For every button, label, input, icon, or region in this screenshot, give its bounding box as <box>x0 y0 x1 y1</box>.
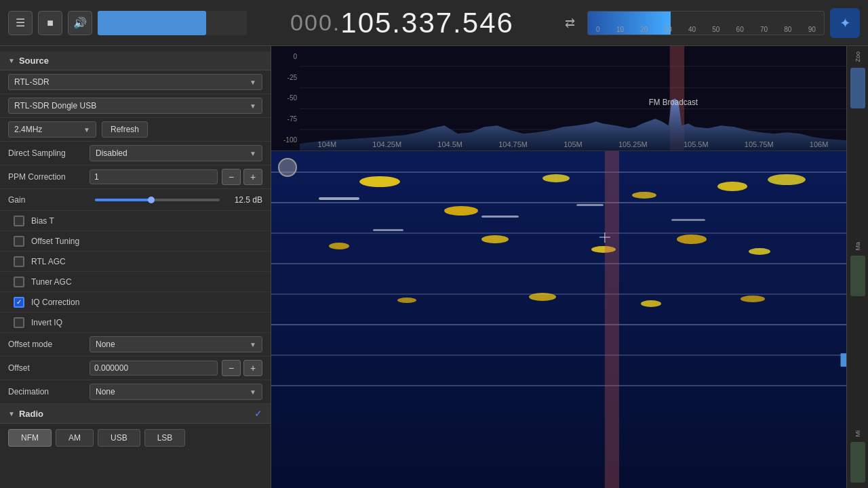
svg-rect-13 <box>271 354 846 356</box>
tuner-agc-checkbox[interactable] <box>14 277 24 287</box>
lsb-button[interactable]: LSB <box>144 429 186 447</box>
svg-rect-33 <box>481 216 519 218</box>
ma-slider[interactable] <box>850 256 865 296</box>
gain-label: Gain <box>8 195 90 205</box>
invert-iq-label: Invert IQ <box>31 318 62 327</box>
am-button[interactable]: AM <box>56 429 94 447</box>
svg-rect-6 <box>271 151 846 488</box>
tuner-agc-row[interactable]: Tuner AGC <box>0 272 271 292</box>
iq-correction-row[interactable]: ✓ IQ Correction <box>0 292 271 312</box>
decimation-arrow: ▼ <box>250 388 256 396</box>
zoo-label: Zoo <box>854 52 861 62</box>
decimation-row: Decimation None ▼ <box>0 380 271 404</box>
iq-correction-checkbox[interactable]: ✓ <box>14 297 24 308</box>
svg-rect-9 <box>271 232 846 234</box>
svg-point-26 <box>397 298 416 303</box>
stop-icon: ■ <box>47 17 54 29</box>
signal-meter: 0 10 20 30 40 50 60 70 80 90 <box>587 11 825 35</box>
svg-point-19 <box>717 182 747 191</box>
gain-row: Gain 12.5 dB <box>0 189 271 211</box>
direct-sampling-dropdown[interactable]: Disabled ▼ <box>90 145 262 161</box>
ppm-row: PPM Correction 1 − + <box>0 165 271 189</box>
mi-slider[interactable] <box>850 442 865 483</box>
swap-button[interactable]: ⇄ <box>557 11 582 35</box>
spectrum-display: 0 -25 -50 -75 -100 FM Broadc <box>271 46 846 151</box>
offset-label: Offset <box>8 363 90 373</box>
frequency-slider[interactable] <box>98 11 247 35</box>
right-sidebar: Zoo Ma Mi <box>846 46 868 488</box>
decimation-dropdown[interactable]: None ▼ <box>90 384 262 400</box>
volume-button[interactable]: 🔊 <box>68 11 92 35</box>
offset-input[interactable]: 0.000000 <box>90 361 218 375</box>
iq-correction-label: IQ Correction <box>31 298 79 307</box>
direct-sampling-value: Disabled <box>96 148 127 158</box>
menu-icon: ☰ <box>16 16 25 29</box>
ppm-plus-button[interactable]: + <box>243 169 262 185</box>
offset-row: Offset 0.000000 − + <box>0 357 271 380</box>
spectrum-panel: 0 -25 -50 -75 -100 FM Broadc <box>271 46 846 488</box>
ppm-minus-button[interactable]: − <box>222 169 241 185</box>
decimation-value: None <box>96 387 115 396</box>
svg-point-17 <box>542 174 570 182</box>
zoo-slider[interactable] <box>850 68 865 108</box>
usb-button[interactable]: USB <box>98 429 140 447</box>
rtl-dongle-label: RTL-SDR Dongle USB <box>14 101 96 110</box>
offset-mode-label: Offset mode <box>8 340 90 349</box>
source-title: Source <box>19 56 49 66</box>
bias-t-row[interactable]: Bias T <box>0 211 271 231</box>
tuner-agc-label: Tuner AGC <box>31 277 72 287</box>
gain-slider[interactable] <box>95 199 220 201</box>
signal-labels: 0 10 20 30 40 50 60 70 80 90 <box>588 26 824 33</box>
waterfall-svg <box>271 151 846 488</box>
svg-rect-32 <box>373 229 403 231</box>
bias-t-checkbox[interactable] <box>14 216 24 226</box>
offset-minus-icon: − <box>229 363 234 373</box>
rtl-dongle-arrow: ▼ <box>250 102 256 110</box>
offset-plus-icon: + <box>250 363 256 373</box>
bandwidth-value: 2.4MHz <box>14 125 42 134</box>
offset-mode-dropdown[interactable]: None ▼ <box>90 336 262 352</box>
offset-plus-button[interactable]: + <box>243 360 262 376</box>
rtl-dongle-row: RTL-SDR Dongle USB ▼ <box>0 94 271 118</box>
nfm-button[interactable]: NFM <box>8 429 52 447</box>
rtl-dongle-dropdown[interactable]: RTL-SDR Dongle USB ▼ <box>8 98 262 114</box>
waterfall-handle[interactable] <box>278 158 297 177</box>
invert-iq-row[interactable]: Invert IQ <box>0 312 271 333</box>
frequency-display: 000. 105.337.546 <box>252 7 552 39</box>
radio-section-header[interactable]: ▼ Radio ✓ <box>0 404 271 424</box>
svg-text:FM Broadcast: FM Broadcast <box>649 98 698 106</box>
svg-rect-11 <box>271 293 846 295</box>
svg-point-18 <box>632 192 656 199</box>
mode-buttons-row: NFM AM USB LSB <box>0 424 271 452</box>
rtl-agc-row[interactable]: RTL AGC <box>0 251 271 272</box>
mi-label: Mi <box>854 430 861 437</box>
waterfall[interactable] <box>271 151 846 488</box>
bandwidth-row: 2.4MHz ▼ Refresh <box>0 118 271 142</box>
bandwidth-dropdown[interactable]: 2.4MHz ▼ <box>8 121 96 138</box>
rtl-agc-checkbox[interactable] <box>14 256 24 267</box>
radio-title: Radio <box>19 409 43 419</box>
stop-button[interactable]: ■ <box>38 11 62 35</box>
svg-point-15 <box>359 176 400 187</box>
rtl-sdr-dropdown[interactable]: RTL-SDR ▼ <box>8 74 262 90</box>
svg-rect-8 <box>271 202 846 203</box>
source-section-header[interactable]: ▼ Source <box>0 52 271 70</box>
offset-tuning-row[interactable]: Offset Tuning <box>0 231 271 251</box>
offset-mode-row: Offset mode None ▼ <box>0 333 271 357</box>
svg-point-24 <box>677 235 707 244</box>
refresh-button[interactable]: Refresh <box>102 121 148 138</box>
svg-point-25 <box>749 248 770 255</box>
bandwidth-arrow: ▼ <box>83 126 90 134</box>
offset-mode-value: None <box>96 340 115 349</box>
svg-point-29 <box>741 296 765 302</box>
rtl-sdr-arrow: ▼ <box>250 79 256 86</box>
offset-minus-button[interactable]: − <box>222 360 241 376</box>
gain-thumb <box>148 197 155 203</box>
offset-tuning-checkbox[interactable] <box>14 236 24 247</box>
menu-button[interactable]: ☰ <box>8 11 33 35</box>
ppm-input[interactable]: 1 <box>90 169 218 184</box>
direct-sampling-arrow: ▼ <box>250 150 256 157</box>
invert-iq-checkbox[interactable] <box>14 317 24 328</box>
refresh-label: Refresh <box>111 125 139 134</box>
volume-icon: 🔊 <box>73 16 87 29</box>
